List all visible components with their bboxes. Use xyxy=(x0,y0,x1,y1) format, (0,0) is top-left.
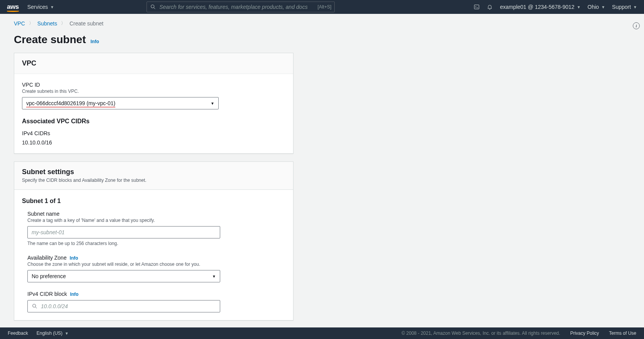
vpc-id-label: VPC ID xyxy=(22,82,285,88)
caret-down-icon: ▼ xyxy=(211,101,214,106)
footer: Feedback English (US) ▼ © 2008 - 2021, A… xyxy=(0,327,644,339)
caret-down-icon: ▼ xyxy=(50,5,54,9)
services-menu[interactable]: Services ▼ xyxy=(27,4,54,10)
subnet-name-input-wrap xyxy=(27,226,220,238)
cidr-info-link[interactable]: Info xyxy=(70,292,79,297)
ipv4-cidrs-label: IPv4 CIDRs xyxy=(22,130,285,136)
az-desc: Choose the zone in which your subnet wil… xyxy=(27,262,285,267)
svg-point-3 xyxy=(33,304,36,307)
global-search[interactable]: [Alt+S] xyxy=(147,2,335,12)
right-gutter: i xyxy=(629,14,644,327)
page-title: Create subnet xyxy=(14,34,86,46)
terms-link[interactable]: Terms of Use xyxy=(609,331,636,336)
terminal-icon xyxy=(474,4,480,10)
chevron-right-icon: 〉 xyxy=(29,20,34,27)
support-menu[interactable]: Support ▼ xyxy=(612,4,637,10)
account-menu[interactable]: example01 @ 1234-5678-9012 ▼ xyxy=(500,4,580,10)
breadcrumb: VPC 〉 Subnets 〉 Create subnet xyxy=(14,20,615,27)
subnet-name-input[interactable] xyxy=(32,229,216,235)
vpc-panel: VPC VPC ID Create subnets in this VPC. v… xyxy=(14,53,293,154)
subnet-counter: Subnet 1 of 1 xyxy=(22,198,285,205)
breadcrumb-subnets[interactable]: Subnets xyxy=(37,20,57,27)
assoc-cidrs-heading: Associated VPC CIDRs xyxy=(22,118,285,125)
az-label: Availability Zone xyxy=(27,255,67,261)
vpc-id-value: vpc-066dcccf4d8026199 (my-vpc-01) xyxy=(26,100,115,107)
info-icon: i xyxy=(636,23,637,28)
search-input[interactable] xyxy=(159,4,314,10)
subnet-name-desc: Create a tag with a key of 'Name' and a … xyxy=(27,218,285,223)
svg-point-0 xyxy=(151,5,154,8)
caret-down-icon: ▼ xyxy=(577,5,581,9)
search-icon xyxy=(32,303,38,309)
aws-logo[interactable]: aws xyxy=(7,3,19,11)
notifications-button[interactable] xyxy=(487,4,493,10)
copyright-text: © 2008 - 2021, Amazon Web Services, Inc.… xyxy=(401,331,560,336)
subnet-settings-heading: Subnet settings xyxy=(22,168,285,176)
page-info-link[interactable]: Info xyxy=(91,39,99,44)
vpc-panel-heading: VPC xyxy=(22,59,285,67)
language-label: English (US) xyxy=(37,331,62,336)
subnet-name-hint: The name can be up to 256 characters lon… xyxy=(27,241,285,246)
cidr-label: IPv4 CIDR block xyxy=(27,291,67,297)
main-content: VPC 〉 Subnets 〉 Create subnet Create sub… xyxy=(0,14,629,327)
cidr-input-wrap xyxy=(27,300,220,312)
caret-down-icon: ▼ xyxy=(65,331,69,336)
region-label: Ohio xyxy=(588,4,599,10)
vpc-id-desc: Create subnets in this VPC. xyxy=(22,89,285,94)
language-menu[interactable]: English (US) ▼ xyxy=(37,331,69,336)
help-panel-toggle[interactable]: i xyxy=(633,22,640,29)
subnet-settings-sub: Specify the CIDR blocks and Availability… xyxy=(22,178,285,183)
caret-down-icon: ▼ xyxy=(601,5,605,9)
services-label: Services xyxy=(27,4,48,10)
caret-down-icon: ▼ xyxy=(633,5,637,9)
subnet-settings-panel: Subnet settings Specify the CIDR blocks … xyxy=(14,161,293,321)
cloudshell-button[interactable] xyxy=(474,4,480,10)
bell-icon xyxy=(487,4,493,10)
search-icon xyxy=(150,4,156,10)
svg-line-4 xyxy=(35,307,37,308)
top-nav: aws Services ▼ [Alt+S] example01 @ 1234-… xyxy=(0,0,644,14)
region-menu[interactable]: Ohio ▼ xyxy=(588,4,605,10)
svg-rect-2 xyxy=(474,5,479,9)
chevron-right-icon: 〉 xyxy=(61,20,66,27)
breadcrumb-vpc[interactable]: VPC xyxy=(14,20,25,27)
account-label: example01 @ 1234-5678-9012 xyxy=(500,4,574,10)
vpc-id-select[interactable]: vpc-066dcccf4d8026199 (my-vpc-01) ▼ xyxy=(22,97,219,109)
caret-down-icon: ▼ xyxy=(212,274,216,279)
az-value: No preference xyxy=(32,273,66,279)
ipv4-cidrs-value: 10.10.0.0/16 xyxy=(22,139,285,146)
subnet-name-label: Subnet name xyxy=(27,211,285,217)
feedback-link[interactable]: Feedback xyxy=(8,331,28,336)
breadcrumb-current: Create subnet xyxy=(69,20,103,27)
az-select[interactable]: No preference ▼ xyxy=(27,270,220,282)
az-info-link[interactable]: Info xyxy=(70,255,78,261)
svg-line-1 xyxy=(154,8,155,9)
support-label: Support xyxy=(612,4,631,10)
cidr-input[interactable] xyxy=(41,303,216,309)
search-shortcut-hint: [Alt+S] xyxy=(318,4,332,10)
privacy-link[interactable]: Privacy Policy xyxy=(570,331,599,336)
